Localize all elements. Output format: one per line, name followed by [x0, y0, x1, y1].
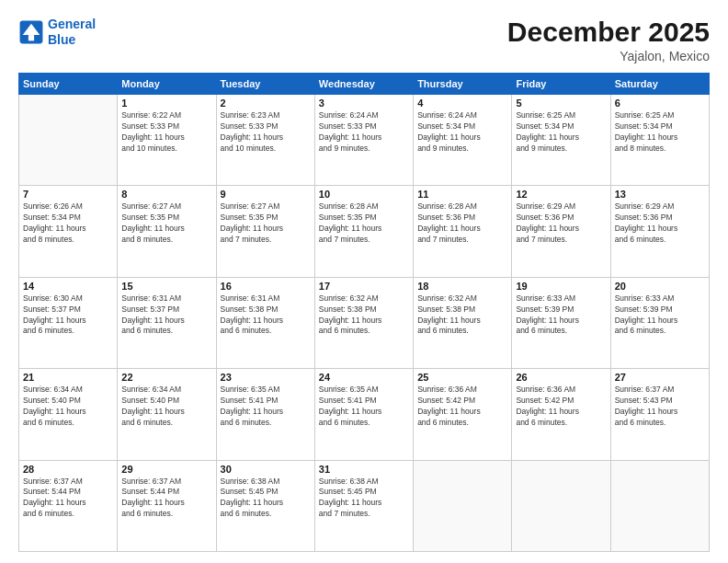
day-number: 25	[417, 372, 507, 383]
day-number: 26	[516, 372, 606, 383]
day-info: Sunrise: 6:25 AMSunset: 5:34 PMDaylight:…	[516, 110, 606, 155]
day-info: Sunrise: 6:36 AMSunset: 5:42 PMDaylight:…	[516, 385, 606, 429]
day-number: 11	[417, 189, 507, 200]
col-thursday: Thursday	[414, 74, 512, 95]
table-row: 17Sunrise: 6:32 AMSunset: 5:38 PMDayligh…	[314, 277, 413, 368]
col-monday: Monday	[118, 74, 216, 95]
table-row: 30Sunrise: 6:38 AMSunset: 5:45 PMDayligh…	[216, 460, 314, 551]
logo-line1: General	[48, 17, 96, 31]
calendar-page: General Blue December 2025 Yajalon, Mexi…	[0, 0, 728, 563]
table-row: 28Sunrise: 6:37 AMSunset: 5:44 PMDayligh…	[19, 460, 118, 551]
day-info: Sunrise: 6:33 AMSunset: 5:39 PMDaylight:…	[516, 293, 606, 338]
calendar-week-5: 28Sunrise: 6:37 AMSunset: 5:44 PMDayligh…	[19, 460, 710, 551]
day-number: 15	[121, 281, 211, 292]
day-number: 31	[319, 464, 409, 475]
day-info: Sunrise: 6:27 AMSunset: 5:35 PMDaylight:…	[121, 201, 211, 246]
day-info: Sunrise: 6:22 AMSunset: 5:33 PMDaylight:…	[121, 110, 211, 155]
day-number: 30	[221, 464, 311, 475]
table-row: 25Sunrise: 6:36 AMSunset: 5:42 PMDayligh…	[414, 369, 512, 460]
day-number: 17	[319, 281, 409, 292]
calendar-table: Sunday Monday Tuesday Wednesday Thursday…	[18, 73, 710, 552]
day-info: Sunrise: 6:31 AMSunset: 5:37 PMDaylight:…	[121, 293, 211, 338]
col-wednesday: Wednesday	[314, 74, 413, 95]
table-row: 14Sunrise: 6:30 AMSunset: 5:37 PMDayligh…	[19, 277, 118, 368]
table-row: 22Sunrise: 6:34 AMSunset: 5:40 PMDayligh…	[118, 369, 216, 460]
day-info: Sunrise: 6:34 AMSunset: 5:40 PMDaylight:…	[23, 385, 113, 429]
table-row: 27Sunrise: 6:37 AMSunset: 5:43 PMDayligh…	[610, 369, 709, 460]
table-row: 23Sunrise: 6:35 AMSunset: 5:41 PMDayligh…	[216, 369, 314, 460]
day-info: Sunrise: 6:37 AMSunset: 5:43 PMDaylight:…	[615, 385, 705, 429]
day-number: 28	[23, 464, 113, 475]
day-info: Sunrise: 6:24 AMSunset: 5:33 PMDaylight:…	[319, 110, 409, 155]
day-number: 20	[615, 281, 705, 292]
table-row: 2Sunrise: 6:23 AMSunset: 5:33 PMDaylight…	[216, 95, 314, 186]
month-title: December 2025	[507, 17, 710, 47]
day-number: 1	[121, 98, 211, 109]
col-sunday: Sunday	[19, 74, 118, 95]
day-number: 14	[23, 281, 113, 292]
day-number: 3	[319, 98, 409, 109]
day-number: 16	[221, 281, 311, 292]
table-row	[414, 460, 512, 551]
col-tuesday: Tuesday	[216, 74, 314, 95]
day-number: 22	[121, 372, 211, 383]
day-info: Sunrise: 6:25 AMSunset: 5:34 PMDaylight:…	[615, 110, 705, 155]
day-info: Sunrise: 6:24 AMSunset: 5:34 PMDaylight:…	[417, 110, 507, 155]
day-info: Sunrise: 6:23 AMSunset: 5:33 PMDaylight:…	[221, 110, 311, 155]
logo-line2: Blue	[48, 32, 75, 47]
day-info: Sunrise: 6:28 AMSunset: 5:35 PMDaylight:…	[319, 201, 409, 246]
day-info: Sunrise: 6:35 AMSunset: 5:41 PMDaylight:…	[221, 385, 311, 429]
day-number: 5	[516, 98, 606, 109]
day-info: Sunrise: 6:38 AMSunset: 5:45 PMDaylight:…	[319, 477, 409, 521]
table-row: 13Sunrise: 6:29 AMSunset: 5:36 PMDayligh…	[610, 186, 709, 277]
table-row: 1Sunrise: 6:22 AMSunset: 5:33 PMDaylight…	[118, 95, 216, 186]
table-row: 9Sunrise: 6:27 AMSunset: 5:35 PMDaylight…	[216, 186, 314, 277]
calendar-week-4: 21Sunrise: 6:34 AMSunset: 5:40 PMDayligh…	[19, 369, 710, 460]
table-row	[19, 95, 118, 186]
col-saturday: Saturday	[610, 74, 709, 95]
table-row: 16Sunrise: 6:31 AMSunset: 5:38 PMDayligh…	[216, 277, 314, 368]
day-info: Sunrise: 6:35 AMSunset: 5:41 PMDaylight:…	[319, 385, 409, 429]
table-row: 29Sunrise: 6:37 AMSunset: 5:44 PMDayligh…	[118, 460, 216, 551]
day-number: 24	[319, 372, 409, 383]
col-friday: Friday	[512, 74, 610, 95]
day-info: Sunrise: 6:38 AMSunset: 5:45 PMDaylight:…	[221, 477, 311, 521]
day-number: 29	[121, 464, 211, 475]
svg-rect-2	[28, 35, 34, 40]
day-info: Sunrise: 6:26 AMSunset: 5:34 PMDaylight:…	[23, 201, 113, 246]
table-row: 4Sunrise: 6:24 AMSunset: 5:34 PMDaylight…	[414, 95, 512, 186]
day-info: Sunrise: 6:34 AMSunset: 5:40 PMDaylight:…	[121, 385, 211, 429]
table-row: 26Sunrise: 6:36 AMSunset: 5:42 PMDayligh…	[512, 369, 610, 460]
logo-text: General Blue	[48, 17, 96, 48]
day-info: Sunrise: 6:36 AMSunset: 5:42 PMDaylight:…	[417, 385, 507, 429]
weekday-header-row: Sunday Monday Tuesday Wednesday Thursday…	[19, 74, 710, 95]
day-number: 12	[516, 189, 606, 200]
table-row: 3Sunrise: 6:24 AMSunset: 5:33 PMDaylight…	[314, 95, 413, 186]
table-row: 7Sunrise: 6:26 AMSunset: 5:34 PMDaylight…	[19, 186, 118, 277]
day-number: 2	[221, 98, 311, 109]
location: Yajalon, Mexico	[507, 49, 710, 63]
calendar-week-1: 1Sunrise: 6:22 AMSunset: 5:33 PMDaylight…	[19, 95, 710, 186]
table-row: 10Sunrise: 6:28 AMSunset: 5:35 PMDayligh…	[314, 186, 413, 277]
day-number: 6	[615, 98, 705, 109]
table-row	[512, 460, 610, 551]
table-row: 12Sunrise: 6:29 AMSunset: 5:36 PMDayligh…	[512, 186, 610, 277]
calendar-week-3: 14Sunrise: 6:30 AMSunset: 5:37 PMDayligh…	[19, 277, 710, 368]
table-row: 11Sunrise: 6:28 AMSunset: 5:36 PMDayligh…	[414, 186, 512, 277]
table-row	[610, 460, 709, 551]
day-info: Sunrise: 6:30 AMSunset: 5:37 PMDaylight:…	[23, 293, 113, 338]
day-info: Sunrise: 6:31 AMSunset: 5:38 PMDaylight:…	[221, 293, 311, 338]
day-number: 10	[319, 189, 409, 200]
day-number: 18	[417, 281, 507, 292]
day-info: Sunrise: 6:32 AMSunset: 5:38 PMDaylight:…	[319, 293, 409, 338]
table-row: 18Sunrise: 6:32 AMSunset: 5:38 PMDayligh…	[414, 277, 512, 368]
day-info: Sunrise: 6:28 AMSunset: 5:36 PMDaylight:…	[417, 201, 507, 246]
day-number: 21	[23, 372, 113, 383]
day-number: 4	[417, 98, 507, 109]
table-row: 15Sunrise: 6:31 AMSunset: 5:37 PMDayligh…	[118, 277, 216, 368]
table-row: 21Sunrise: 6:34 AMSunset: 5:40 PMDayligh…	[19, 369, 118, 460]
day-info: Sunrise: 6:27 AMSunset: 5:35 PMDaylight:…	[221, 201, 311, 246]
table-row: 31Sunrise: 6:38 AMSunset: 5:45 PMDayligh…	[314, 460, 413, 551]
day-number: 7	[23, 189, 113, 200]
table-row: 6Sunrise: 6:25 AMSunset: 5:34 PMDaylight…	[610, 95, 709, 186]
